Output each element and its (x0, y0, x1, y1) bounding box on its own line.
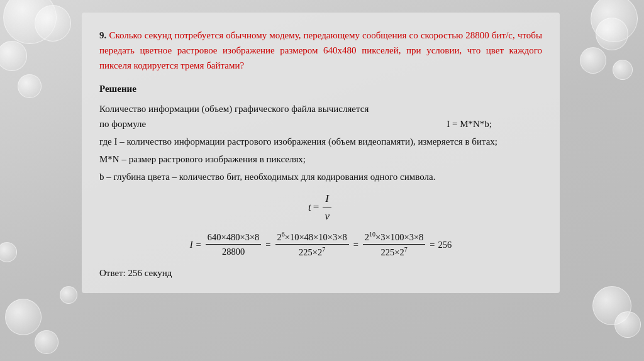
bubble-10 (614, 311, 641, 338)
big-formula-eq1: = (196, 238, 201, 252)
question-number: 9. (99, 30, 106, 40)
big-formula-eq3: = (353, 238, 358, 252)
fraction-2-num: 26×10×48×10×3×8 (275, 230, 349, 245)
fraction-3-den: 225×27 (379, 245, 409, 259)
fraction-3-num: 210×3×100×3×8 (363, 230, 425, 245)
paragraph-3: M*N – размер растрового изображения в пи… (99, 152, 542, 167)
bubble-12 (35, 330, 58, 354)
fraction-1-den: 28800 (220, 245, 247, 258)
paragraph-2: где I – количество информации растрового… (99, 134, 542, 149)
fraction-1: 640×480×3×8 28800 (206, 230, 262, 259)
answer-line: Ответ: 256 секунд (99, 266, 542, 280)
fraction-numerator: I (323, 191, 331, 208)
bubble-6 (596, 18, 628, 50)
content-card: 9. Сколько секунд потребуется обычному м… (82, 13, 560, 293)
fraction-I-v: I v (322, 191, 332, 225)
bubble-13 (60, 286, 77, 304)
big-formula: I = 640×480×3×8 28800 = 26×10×48×10×3×8 … (99, 230, 542, 260)
fraction-1-num: 640×480×3×8 (206, 230, 262, 245)
paragraph-1: Количество информации (объем) графическо… (99, 101, 542, 131)
center-formula: t = I v (99, 191, 542, 225)
question-text: 9. Сколько секунд потребуется обычному м… (99, 28, 542, 73)
para1-text-a: Количество информации (объем) графическо… (99, 104, 369, 114)
fraction-2: 26×10×48×10×3×8 225×27 (275, 230, 349, 260)
big-formula-I: I (190, 238, 193, 252)
bubble-4 (18, 74, 42, 98)
bubble-8 (580, 47, 606, 74)
para1-formula: I = M*N*b; (447, 116, 542, 131)
bubble-2 (35, 5, 71, 42)
question-body: Сколько секунд потребуется обычному моде… (99, 30, 542, 70)
big-formula-eq2: = (265, 238, 270, 252)
big-formula-eq4: = (430, 238, 435, 252)
fraction-3: 210×3×100×3×8 225×27 (363, 230, 425, 260)
fraction-denominator: v (322, 208, 332, 225)
bubble-11 (5, 299, 42, 335)
solution-label: Решение (99, 82, 542, 96)
formula-equals: = (313, 199, 319, 216)
fraction-2-den: 225×27 (297, 245, 327, 259)
para1-text-b: по формуле (99, 119, 146, 129)
paragraph-4: b – глубина цвета – количество бит, необ… (99, 169, 542, 184)
formula-t: t (308, 199, 311, 216)
bubble-7 (613, 60, 633, 80)
big-formula-result: 256 (438, 238, 452, 252)
